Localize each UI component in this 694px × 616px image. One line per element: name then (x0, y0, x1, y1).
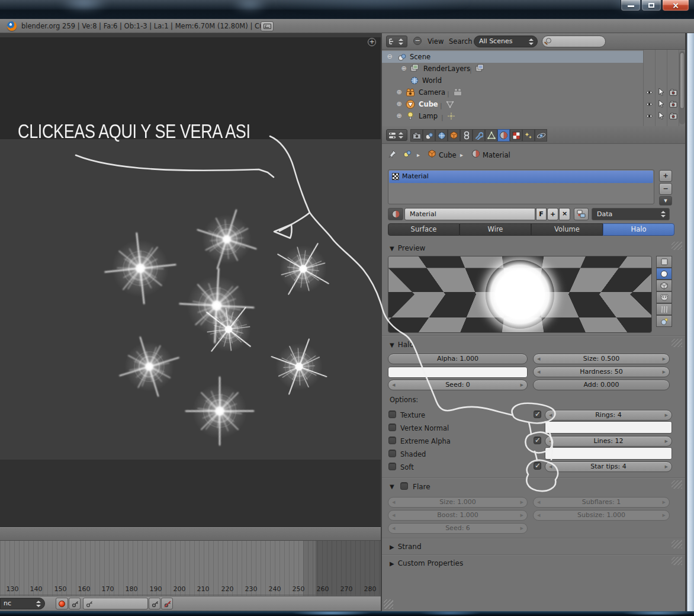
tab-constraints[interactable] (460, 129, 473, 142)
tab-texture[interactable] (510, 129, 522, 142)
window-right-edge[interactable] (687, 33, 694, 611)
strand-panel-header[interactable]: ▶Strand (390, 543, 422, 551)
add-slot-button[interactable]: + (659, 170, 672, 182)
visibility-eye-icon[interactable] (645, 113, 653, 119)
flare-panel-header[interactable]: ▼ (390, 482, 398, 490)
vertex-normal-checkbox[interactable] (388, 424, 396, 431)
minimize-button[interactable] (621, 0, 641, 11)
material-preview-button[interactable] (388, 208, 403, 220)
vertex-normal-label[interactable]: Vertex Normal (400, 424, 449, 432)
extreme-alpha-checkbox[interactable] (388, 437, 396, 444)
panel-drag-grip[interactable] (671, 242, 682, 250)
material-slot-item[interactable]: Material (389, 171, 653, 183)
preview-hair-button[interactable] (656, 303, 672, 315)
selectable-cursor-icon[interactable] (658, 88, 664, 96)
rings-count-field[interactable]: Rings: 4 (545, 410, 672, 421)
texture-label[interactable]: Texture (400, 411, 425, 419)
collapse-expander-icon[interactable]: ⊖ (386, 53, 393, 60)
link-data-dropdown[interactable]: Data (592, 208, 670, 220)
keying-set-selector[interactable] (83, 598, 148, 609)
tab-material[interactable] (497, 129, 510, 142)
slot-specials-dropdown[interactable]: ▾ (659, 196, 672, 206)
material-name-field[interactable]: Material (404, 208, 535, 220)
outliner-item-label[interactable]: RenderLayers (423, 65, 470, 73)
outliner-item-label[interactable]: Scene (410, 53, 430, 61)
maximize-button[interactable] (641, 0, 661, 11)
halo-alpha-slider[interactable]: Alpha: 1.000 (388, 354, 528, 364)
editor-type-dropdown[interactable] (386, 129, 407, 141)
star-tips-count-field[interactable]: Star tips: 4 (545, 461, 672, 472)
remove-slot-button[interactable]: − (659, 183, 672, 195)
star-tips-checkbox[interactable] (534, 462, 541, 470)
expand-expander-icon[interactable]: ⊕ (396, 101, 403, 108)
breadcrumb-material[interactable]: Material (483, 151, 510, 159)
outliner-row-world[interactable]: World (382, 75, 685, 86)
editor-type-dropdown[interactable] (386, 36, 407, 47)
tab-scene[interactable] (423, 129, 435, 142)
flare-subsize-field[interactable]: Subsize: 1.000 (533, 510, 670, 521)
tab-object[interactable] (448, 129, 460, 142)
soft-label[interactable]: Soft (400, 463, 414, 471)
shaded-label[interactable]: Shaded (400, 450, 426, 458)
outliner-item-label[interactable]: Cube (419, 100, 438, 108)
renderable-camera-icon[interactable] (669, 89, 677, 96)
rings-checkbox[interactable] (534, 410, 541, 418)
material-breadcrumb-icon[interactable] (471, 149, 480, 158)
outliner-row-renderlayers[interactable]: ⊕ RenderLayers | (382, 63, 685, 75)
tab-render[interactable] (410, 129, 423, 142)
collapse-all-icon[interactable]: − (413, 37, 422, 45)
region-expand-icon[interactable]: + (368, 38, 376, 46)
halo-size-field[interactable]: Size: 0.500 (533, 354, 670, 364)
tab-wire[interactable]: Wire (460, 223, 531, 236)
auto-keyframe-record-button[interactable] (56, 598, 68, 609)
tab-volume[interactable]: Volume (531, 223, 603, 236)
outliner-row-camera[interactable]: ⊕ Camera | (382, 86, 685, 98)
preview-cube-button[interactable] (656, 280, 672, 291)
visibility-eye-icon[interactable] (645, 101, 653, 107)
playback-sync-dropdown[interactable]: nc (0, 598, 45, 609)
delete-keyframe-button[interactable] (161, 598, 173, 609)
flare-subflares-field[interactable]: Subflares: 1 (533, 497, 670, 508)
panel-drag-grip[interactable] (671, 480, 682, 489)
new-material-button[interactable]: + (547, 208, 558, 220)
flare-enable-checkbox[interactable] (400, 482, 408, 490)
expand-expander-icon[interactable]: ⊕ (400, 65, 407, 72)
pin-icon[interactable] (388, 149, 397, 159)
visibility-eye-icon[interactable] (645, 89, 653, 95)
halo-color-swatch[interactable] (388, 367, 528, 378)
keying-button[interactable] (69, 598, 81, 609)
close-button[interactable]: × (662, 0, 689, 11)
renderable-camera-icon[interactable] (669, 101, 677, 108)
outliner-row-cube[interactable]: ⊕ Cube | (382, 98, 685, 110)
rings-color-swatch[interactable] (545, 421, 672, 434)
tab-particles[interactable] (522, 129, 535, 142)
image-editor-footer-bar[interactable] (0, 527, 381, 541)
breadcrumb-object[interactable]: Cube (439, 151, 457, 159)
selectable-cursor-icon[interactable] (658, 100, 664, 108)
tab-surface[interactable]: Surface (388, 223, 460, 236)
outliner-row-lamp[interactable]: ⊕ Lamp | (382, 110, 685, 122)
renderable-camera-icon[interactable] (669, 113, 677, 120)
outliner-item-label[interactable]: Lamp (419, 112, 438, 120)
shaded-checkbox[interactable] (388, 450, 396, 457)
tab-halo[interactable]: Halo (603, 223, 674, 236)
flare-panel-title[interactable]: Flare (413, 483, 430, 491)
cube-breadcrumb-icon[interactable] (428, 149, 436, 158)
blender-logo-icon[interactable] (7, 21, 17, 31)
outliner-scrollbar-thumb[interactable] (680, 52, 685, 109)
outliner-display-mode-dropdown[interactable]: All Scenes (474, 36, 538, 47)
outliner-search-menu[interactable]: Search (449, 37, 473, 46)
outliner-row-scene[interactable]: ⊖ Scene (382, 51, 685, 63)
halo-add-slider[interactable]: Add: 0.000 (533, 380, 670, 390)
unlink-material-button[interactable]: × (559, 208, 570, 220)
tab-object-data[interactable] (485, 129, 497, 142)
image-editor-area[interactable]: + (0, 33, 381, 541)
expand-expander-icon[interactable]: ⊕ (396, 89, 403, 96)
panel-drag-grip[interactable] (671, 557, 682, 565)
custom-properties-panel-header[interactable]: ▶Custom Properties (390, 559, 463, 567)
expand-expander-icon[interactable]: ⊕ (396, 113, 403, 120)
outliner-view-menu[interactable]: View (428, 37, 444, 46)
halo-hardness-field[interactable]: Hardness: 50 (533, 367, 670, 377)
outliner-search-input[interactable] (542, 36, 606, 47)
panel-drag-grip[interactable] (671, 339, 682, 347)
